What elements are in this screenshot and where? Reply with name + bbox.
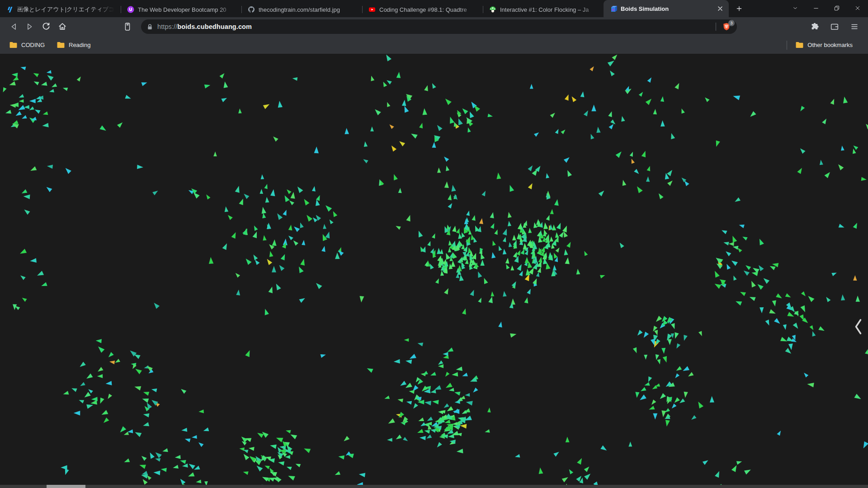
bookmark-panel-button[interactable]	[120, 19, 135, 34]
menu-button[interactable]	[847, 19, 862, 34]
forward-button[interactable]	[23, 19, 37, 34]
home-button[interactable]	[55, 19, 70, 34]
new-tab-button[interactable]	[732, 2, 746, 15]
toolbar: https://boids.cubedhuang.com 3	[0, 17, 868, 36]
url-domain: boids.cubedhuang.com	[177, 23, 252, 30]
browser-tab[interactable]: The Web Developer Bootcamp 20	[121, 2, 241, 17]
folder-icon	[9, 42, 18, 48]
tab-title: Interactive #1: Color Flocking – Ja	[500, 6, 599, 13]
reload-button[interactable]	[39, 19, 53, 34]
slashes-icon	[6, 6, 14, 13]
address-bar[interactable]: https://boids.cubedhuang.com 3	[141, 19, 737, 34]
urlbar-separator	[716, 23, 716, 31]
tab-search-button[interactable]	[785, 0, 806, 16]
browser-tab[interactable]: thecodingtrain.com/starfield.jpg	[241, 2, 362, 17]
reload-icon	[41, 22, 51, 32]
browser-tab[interactable]: 画像とレイアウト|クリエイティブコーデ	[0, 2, 121, 17]
url-text: https://boids.cubedhuang.com	[157, 23, 252, 30]
browser-tab[interactable]: Interactive #1: Color Flocking – Ja	[483, 2, 604, 17]
other-bookmarks-button[interactable]: Other bookmarks	[793, 39, 855, 52]
shield-badge: 3	[728, 20, 735, 26]
bookmark-folder-item[interactable]: CODING	[6, 39, 47, 52]
tab-title: 画像とレイアウト|クリエイティブコーデ	[17, 5, 116, 14]
scrollbar-thumb[interactable]	[47, 485, 85, 488]
extensions-puzzle-icon	[810, 22, 820, 32]
tab-close-button[interactable]	[716, 5, 724, 13]
minimize-button[interactable]	[806, 0, 826, 16]
bookmark-panel-icon	[123, 22, 132, 32]
tab-title: The Web Developer Bootcamp 20	[138, 6, 237, 13]
close-icon	[854, 5, 861, 12]
wallet-button[interactable]	[827, 19, 842, 34]
close-icon	[718, 6, 722, 11]
boids-canvas[interactable]	[0, 54, 868, 488]
udemy-icon	[127, 6, 134, 13]
browser-window: 画像とレイアウト|クリエイティブコーデ The Web Developer Bo…	[0, 0, 868, 488]
minimize-icon	[812, 5, 820, 12]
menu-icon	[849, 22, 859, 32]
plus-icon	[736, 5, 743, 12]
browser-tab[interactable]: Boids Simulation	[604, 0, 729, 17]
horizontal-scrollbar[interactable]	[0, 485, 868, 488]
bookmark-label: CODING	[21, 42, 45, 48]
forward-icon	[25, 22, 35, 32]
chevron-down-icon	[792, 5, 799, 12]
back-button[interactable]	[6, 19, 21, 34]
other-bookmarks-label: Other bookmarks	[807, 42, 853, 48]
github-icon	[248, 6, 255, 13]
extensions-button[interactable]	[807, 19, 822, 34]
mushroom-icon	[489, 6, 496, 13]
tab-bar: 画像とレイアウト|クリエイティブコーデ The Web Developer Bo…	[0, 0, 868, 17]
bookmarks-items: CODING Reading	[6, 39, 99, 52]
brave-shield-button[interactable]: 3	[721, 21, 732, 33]
bookmark-label: Reading	[69, 42, 90, 48]
youtube-icon	[368, 6, 376, 13]
tab-title: Coding Challenge #98.1: Quadtre	[379, 6, 478, 13]
url-scheme: https://	[157, 23, 177, 30]
tab-strip: 画像とレイアウト|クリエイティブコーデ The Web Developer Bo…	[0, 0, 729, 17]
bookmarks-bar: CODING Reading Other bookmarks	[0, 36, 868, 54]
settings-panel-toggle[interactable]	[854, 318, 863, 336]
browser-tab[interactable]: Coding Challenge #98.1: Quadtre	[362, 2, 483, 17]
bookmarks-separator	[787, 41, 787, 50]
close-window-button[interactable]	[847, 0, 868, 16]
chevron-left-icon	[854, 318, 863, 336]
restore-icon	[833, 5, 840, 12]
back-icon	[9, 22, 19, 32]
restore-button[interactable]	[826, 0, 847, 16]
lock-icon[interactable]	[146, 23, 153, 30]
home-icon	[57, 22, 67, 32]
toolbar-right	[807, 19, 862, 34]
bookmark-folder-item[interactable]: Reading	[54, 39, 93, 52]
folder-icon	[795, 42, 804, 48]
tab-title: Boids Simulation	[621, 5, 712, 12]
tab-title: thecodingtrain.com/starfield.jpg	[259, 6, 358, 13]
folder-icon	[57, 42, 65, 48]
wallet-icon	[830, 22, 840, 32]
boids-cube-icon	[610, 5, 617, 12]
page-content	[0, 54, 868, 488]
